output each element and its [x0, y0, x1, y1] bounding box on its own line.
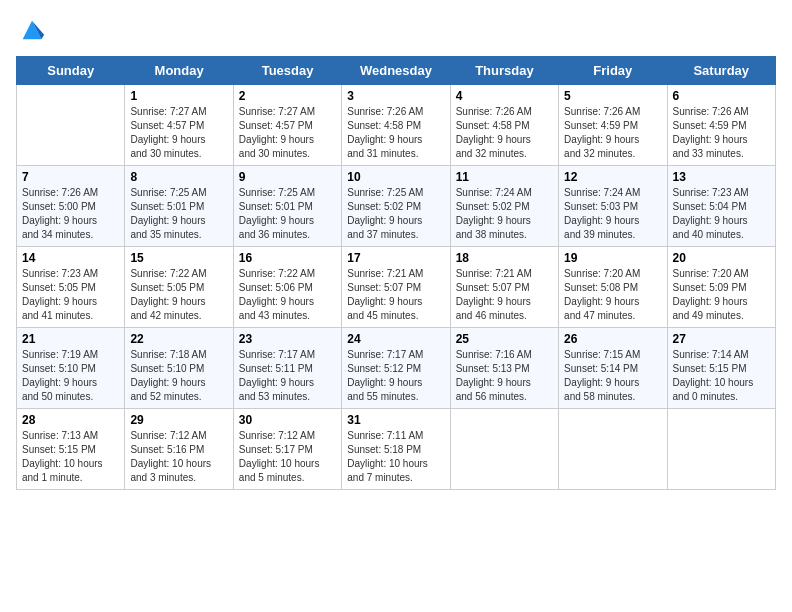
day-info: Sunrise: 7:26 AM Sunset: 4:58 PM Dayligh…	[456, 105, 553, 161]
calendar-cell: 8Sunrise: 7:25 AM Sunset: 5:01 PM Daylig…	[125, 166, 233, 247]
day-number: 11	[456, 170, 553, 184]
calendar-cell: 27Sunrise: 7:14 AM Sunset: 5:15 PM Dayli…	[667, 328, 775, 409]
day-number: 15	[130, 251, 227, 265]
calendar-cell: 17Sunrise: 7:21 AM Sunset: 5:07 PM Dayli…	[342, 247, 450, 328]
day-info: Sunrise: 7:13 AM Sunset: 5:15 PM Dayligh…	[22, 429, 119, 485]
day-header-wednesday: Wednesday	[342, 57, 450, 85]
logo	[16, 16, 46, 48]
day-info: Sunrise: 7:12 AM Sunset: 5:16 PM Dayligh…	[130, 429, 227, 485]
day-info: Sunrise: 7:26 AM Sunset: 4:59 PM Dayligh…	[673, 105, 770, 161]
calendar-week-row: 7Sunrise: 7:26 AM Sunset: 5:00 PM Daylig…	[17, 166, 776, 247]
calendar-cell	[667, 409, 775, 490]
calendar-cell: 3Sunrise: 7:26 AM Sunset: 4:58 PM Daylig…	[342, 85, 450, 166]
day-number: 23	[239, 332, 336, 346]
calendar-cell: 16Sunrise: 7:22 AM Sunset: 5:06 PM Dayli…	[233, 247, 341, 328]
day-number: 1	[130, 89, 227, 103]
calendar-cell: 19Sunrise: 7:20 AM Sunset: 5:08 PM Dayli…	[559, 247, 667, 328]
day-number: 25	[456, 332, 553, 346]
day-info: Sunrise: 7:24 AM Sunset: 5:03 PM Dayligh…	[564, 186, 661, 242]
day-number: 12	[564, 170, 661, 184]
day-number: 9	[239, 170, 336, 184]
calendar-cell: 4Sunrise: 7:26 AM Sunset: 4:58 PM Daylig…	[450, 85, 558, 166]
calendar-cell: 28Sunrise: 7:13 AM Sunset: 5:15 PM Dayli…	[17, 409, 125, 490]
calendar-cell	[450, 409, 558, 490]
day-info: Sunrise: 7:27 AM Sunset: 4:57 PM Dayligh…	[239, 105, 336, 161]
calendar-week-row: 1Sunrise: 7:27 AM Sunset: 4:57 PM Daylig…	[17, 85, 776, 166]
day-info: Sunrise: 7:16 AM Sunset: 5:13 PM Dayligh…	[456, 348, 553, 404]
day-number: 6	[673, 89, 770, 103]
calendar-cell: 22Sunrise: 7:18 AM Sunset: 5:10 PM Dayli…	[125, 328, 233, 409]
day-info: Sunrise: 7:19 AM Sunset: 5:10 PM Dayligh…	[22, 348, 119, 404]
calendar-cell: 11Sunrise: 7:24 AM Sunset: 5:02 PM Dayli…	[450, 166, 558, 247]
day-header-friday: Friday	[559, 57, 667, 85]
day-number: 3	[347, 89, 444, 103]
day-number: 2	[239, 89, 336, 103]
day-info: Sunrise: 7:25 AM Sunset: 5:02 PM Dayligh…	[347, 186, 444, 242]
day-header-thursday: Thursday	[450, 57, 558, 85]
day-info: Sunrise: 7:17 AM Sunset: 5:11 PM Dayligh…	[239, 348, 336, 404]
day-info: Sunrise: 7:25 AM Sunset: 5:01 PM Dayligh…	[130, 186, 227, 242]
day-info: Sunrise: 7:14 AM Sunset: 5:15 PM Dayligh…	[673, 348, 770, 404]
calendar-header-row: SundayMondayTuesdayWednesdayThursdayFrid…	[17, 57, 776, 85]
day-number: 27	[673, 332, 770, 346]
day-number: 31	[347, 413, 444, 427]
day-number: 4	[456, 89, 553, 103]
calendar-week-row: 14Sunrise: 7:23 AM Sunset: 5:05 PM Dayli…	[17, 247, 776, 328]
calendar-cell: 18Sunrise: 7:21 AM Sunset: 5:07 PM Dayli…	[450, 247, 558, 328]
day-info: Sunrise: 7:24 AM Sunset: 5:02 PM Dayligh…	[456, 186, 553, 242]
day-info: Sunrise: 7:26 AM Sunset: 4:58 PM Dayligh…	[347, 105, 444, 161]
day-info: Sunrise: 7:21 AM Sunset: 5:07 PM Dayligh…	[456, 267, 553, 323]
calendar-cell: 13Sunrise: 7:23 AM Sunset: 5:04 PM Dayli…	[667, 166, 775, 247]
header	[16, 16, 776, 48]
day-info: Sunrise: 7:26 AM Sunset: 5:00 PM Dayligh…	[22, 186, 119, 242]
calendar-cell: 20Sunrise: 7:20 AM Sunset: 5:09 PM Dayli…	[667, 247, 775, 328]
calendar-cell: 5Sunrise: 7:26 AM Sunset: 4:59 PM Daylig…	[559, 85, 667, 166]
day-number: 10	[347, 170, 444, 184]
calendar-cell: 10Sunrise: 7:25 AM Sunset: 5:02 PM Dayli…	[342, 166, 450, 247]
day-info: Sunrise: 7:18 AM Sunset: 5:10 PM Dayligh…	[130, 348, 227, 404]
day-number: 19	[564, 251, 661, 265]
day-number: 13	[673, 170, 770, 184]
day-number: 22	[130, 332, 227, 346]
day-number: 7	[22, 170, 119, 184]
day-number: 21	[22, 332, 119, 346]
logo-text	[16, 16, 46, 48]
day-number: 14	[22, 251, 119, 265]
day-info: Sunrise: 7:22 AM Sunset: 5:05 PM Dayligh…	[130, 267, 227, 323]
day-header-sunday: Sunday	[17, 57, 125, 85]
day-info: Sunrise: 7:22 AM Sunset: 5:06 PM Dayligh…	[239, 267, 336, 323]
day-info: Sunrise: 7:25 AM Sunset: 5:01 PM Dayligh…	[239, 186, 336, 242]
logo-icon	[18, 16, 46, 44]
calendar-week-row: 21Sunrise: 7:19 AM Sunset: 5:10 PM Dayli…	[17, 328, 776, 409]
calendar-cell: 30Sunrise: 7:12 AM Sunset: 5:17 PM Dayli…	[233, 409, 341, 490]
day-number: 30	[239, 413, 336, 427]
calendar-cell: 14Sunrise: 7:23 AM Sunset: 5:05 PM Dayli…	[17, 247, 125, 328]
calendar-week-row: 28Sunrise: 7:13 AM Sunset: 5:15 PM Dayli…	[17, 409, 776, 490]
day-info: Sunrise: 7:27 AM Sunset: 4:57 PM Dayligh…	[130, 105, 227, 161]
day-info: Sunrise: 7:20 AM Sunset: 5:08 PM Dayligh…	[564, 267, 661, 323]
day-number: 18	[456, 251, 553, 265]
day-info: Sunrise: 7:26 AM Sunset: 4:59 PM Dayligh…	[564, 105, 661, 161]
calendar-cell: 9Sunrise: 7:25 AM Sunset: 5:01 PM Daylig…	[233, 166, 341, 247]
calendar-cell: 2Sunrise: 7:27 AM Sunset: 4:57 PM Daylig…	[233, 85, 341, 166]
calendar-table: SundayMondayTuesdayWednesdayThursdayFrid…	[16, 56, 776, 490]
calendar-cell	[17, 85, 125, 166]
day-info: Sunrise: 7:17 AM Sunset: 5:12 PM Dayligh…	[347, 348, 444, 404]
day-info: Sunrise: 7:23 AM Sunset: 5:04 PM Dayligh…	[673, 186, 770, 242]
day-number: 20	[673, 251, 770, 265]
day-info: Sunrise: 7:21 AM Sunset: 5:07 PM Dayligh…	[347, 267, 444, 323]
calendar-cell: 1Sunrise: 7:27 AM Sunset: 4:57 PM Daylig…	[125, 85, 233, 166]
calendar-cell: 24Sunrise: 7:17 AM Sunset: 5:12 PM Dayli…	[342, 328, 450, 409]
calendar-cell: 6Sunrise: 7:26 AM Sunset: 4:59 PM Daylig…	[667, 85, 775, 166]
calendar-cell: 26Sunrise: 7:15 AM Sunset: 5:14 PM Dayli…	[559, 328, 667, 409]
day-number: 8	[130, 170, 227, 184]
day-number: 24	[347, 332, 444, 346]
day-info: Sunrise: 7:20 AM Sunset: 5:09 PM Dayligh…	[673, 267, 770, 323]
day-number: 16	[239, 251, 336, 265]
day-number: 26	[564, 332, 661, 346]
calendar-cell: 25Sunrise: 7:16 AM Sunset: 5:13 PM Dayli…	[450, 328, 558, 409]
calendar-cell: 15Sunrise: 7:22 AM Sunset: 5:05 PM Dayli…	[125, 247, 233, 328]
day-info: Sunrise: 7:23 AM Sunset: 5:05 PM Dayligh…	[22, 267, 119, 323]
day-number: 29	[130, 413, 227, 427]
day-header-monday: Monday	[125, 57, 233, 85]
